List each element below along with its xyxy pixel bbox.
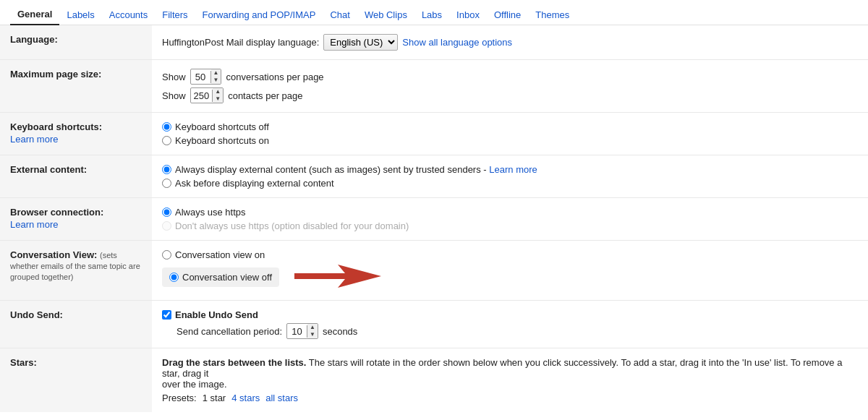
keyboard-radio-group: Keyboard shortcuts off Keyboard shortcut… <box>162 121 858 146</box>
presets-label: Presets: <box>162 393 197 403</box>
undo-send-period-row: Send cancellation period: 10 ▲ ▼ seconds <box>162 323 858 339</box>
conversations-up[interactable]: ▲ <box>211 69 221 77</box>
undo-send-checkbox-label: Enable Undo Send <box>175 309 258 320</box>
period-down[interactable]: ▼ <box>307 331 318 338</box>
period-prefix: Send cancellation period: <box>176 326 282 337</box>
nav-themes[interactable]: Themes <box>528 5 576 25</box>
conv-on-label: Conversation view on <box>175 249 265 260</box>
page-size-label: Maximum page size: <box>0 60 152 113</box>
keyboard-value: Keyboard shortcuts off Keyboard shortcut… <box>152 113 868 155</box>
nav-offline[interactable]: Offline <box>487 5 528 25</box>
conversation-view-label: Conversation View: (sets whether emails … <box>0 241 152 301</box>
language-row: Language: HuffingtonPost Mail display la… <box>0 25 868 60</box>
nav-labels[interactable]: Labels <box>59 5 101 25</box>
browser-connection-value: Always use https Don't always use https … <box>152 198 868 241</box>
contacts-prefix: Show <box>162 90 186 101</box>
conversation-view-value: Conversation view on Conversation view o… <box>152 241 868 301</box>
preset-1-star: 1 star <box>203 393 226 403</box>
keyboard-label: Keyboard shortcuts: Learn more <box>0 113 152 155</box>
stars-row: Stars: Drag the stars between the lists.… <box>0 348 868 413</box>
browser-connection-radio-group: Always use https Don't always use https … <box>162 207 858 231</box>
language-label: Language: <box>0 25 152 60</box>
undo-send-value: Enable Undo Send Send cancellation perio… <box>152 301 868 348</box>
conv-off-highlight: Conversation view off <box>162 267 279 287</box>
keyboard-learn-more-link[interactable]: Learn more <box>10 134 142 145</box>
stars-description: Drag the stars between the lists. The st… <box>162 357 858 379</box>
language-description: HuffingtonPost Mail display language: <box>162 37 319 48</box>
preset-all-stars-link[interactable]: all stars <box>265 393 298 403</box>
external-ask-row: Ask before displaying external content <box>162 178 858 189</box>
external-content-radio-group: Always display external content (such as… <box>162 164 858 189</box>
contacts-value: 250 <box>191 90 213 102</box>
nav-labs[interactable]: Labs <box>414 5 449 25</box>
https-always-radio[interactable] <box>162 207 171 217</box>
keyboard-off-radio[interactable] <box>162 122 171 132</box>
undo-send-label: Undo Send: <box>0 301 152 348</box>
keyboard-row: Keyboard shortcuts: Learn more Keyboard … <box>0 113 868 155</box>
show-all-languages-link[interactable]: Show all language options <box>402 37 512 48</box>
undo-send-row: Undo Send: Enable Undo Send Send cancell… <box>0 301 868 348</box>
undo-send-checkbox-row: Enable Undo Send <box>162 309 858 320</box>
https-always-row: Always use https <box>162 207 858 218</box>
settings-table: Language: HuffingtonPost Mail display la… <box>0 25 868 412</box>
navigation-bar: General Labels Accounts Filters Forwardi… <box>0 0 868 25</box>
external-content-row: External content: Always display externa… <box>0 155 868 198</box>
https-not-always-row: Don't always use https (option disabled … <box>162 220 858 231</box>
external-always-radio[interactable] <box>162 165 171 174</box>
conv-on-radio[interactable] <box>162 250 171 260</box>
period-stepper[interactable]: 10 ▲ ▼ <box>286 323 318 339</box>
keyboard-off-label: Keyboard shortcuts off <box>175 121 269 132</box>
svg-marker-0 <box>294 265 381 288</box>
stars-label: Stars: <box>0 348 152 413</box>
conv-off-row: Conversation view off <box>162 263 858 291</box>
contacts-down[interactable]: ▼ <box>213 95 223 103</box>
conversations-down[interactable]: ▼ <box>211 77 221 84</box>
https-not-always-label: Don't always use https (option disabled … <box>175 220 409 231</box>
red-arrow-icon <box>294 263 381 291</box>
language-select[interactable]: English (US) <box>323 34 398 51</box>
page-size-value: Show 50 ▲ ▼ conversations per page Show … <box>152 60 868 113</box>
stars-description2: over the image. <box>162 379 858 390</box>
nav-filters[interactable]: Filters <box>155 5 195 25</box>
contacts-suffix: contacts per page <box>228 90 302 101</box>
nav-forwarding[interactable]: Forwarding and POP/IMAP <box>195 5 323 25</box>
stars-value: Drag the stars between the lists. The st… <box>152 348 868 413</box>
browser-learn-more-link[interactable]: Learn more <box>10 219 142 230</box>
keyboard-off-row: Keyboard shortcuts off <box>162 121 858 132</box>
conversations-suffix: conversations per page <box>226 72 323 82</box>
browser-connection-label: Browser connection: Learn more <box>0 198 152 241</box>
period-suffix: seconds <box>323 326 357 337</box>
external-learn-more-link[interactable]: Learn more <box>489 164 537 175</box>
conversations-prefix: Show <box>162 72 186 82</box>
conversations-arrows[interactable]: ▲ ▼ <box>211 69 221 84</box>
language-value: HuffingtonPost Mail display language: En… <box>152 25 868 60</box>
external-always-row: Always display external content (such as… <box>162 164 858 175</box>
nav-inbox[interactable]: Inbox <box>449 5 487 25</box>
conversation-view-row: Conversation View: (sets whether emails … <box>0 241 868 301</box>
keyboard-on-radio[interactable] <box>162 136 171 145</box>
conv-off-label: Conversation view off <box>182 272 272 283</box>
conv-on-row: Conversation view on <box>162 249 858 260</box>
https-always-label: Always use https <box>175 207 246 218</box>
nav-general[interactable]: General <box>10 4 59 25</box>
keyboard-on-label: Keyboard shortcuts on <box>175 135 269 146</box>
external-ask-radio[interactable] <box>162 179 171 188</box>
stars-description-bold: Drag the stars between the lists. <box>162 357 306 368</box>
conversations-stepper[interactable]: 50 ▲ ▼ <box>190 69 222 85</box>
period-up[interactable]: ▲ <box>307 324 318 331</box>
period-value: 10 <box>287 325 307 338</box>
conversation-view-radio-group: Conversation view on Conversation view o… <box>162 249 858 291</box>
https-not-always-radio[interactable] <box>162 221 171 231</box>
nav-webclips[interactable]: Web Clips <box>357 5 414 25</box>
contacts-stepper[interactable]: 250 ▲ ▼ <box>190 87 224 103</box>
conv-off-radio[interactable] <box>169 273 179 282</box>
contacts-up[interactable]: ▲ <box>213 88 223 95</box>
contacts-arrows[interactable]: ▲ ▼ <box>213 88 223 103</box>
preset-4-stars-link[interactable]: 4 stars <box>231 393 260 403</box>
nav-accounts[interactable]: Accounts <box>102 5 155 25</box>
undo-send-checkbox[interactable] <box>162 310 171 320</box>
period-arrows[interactable]: ▲ ▼ <box>307 324 318 338</box>
keyboard-on-row: Keyboard shortcuts on <box>162 135 858 146</box>
stars-presets-row: Presets: 1 star 4 stars all stars <box>162 393 858 403</box>
nav-chat[interactable]: Chat <box>323 5 357 25</box>
